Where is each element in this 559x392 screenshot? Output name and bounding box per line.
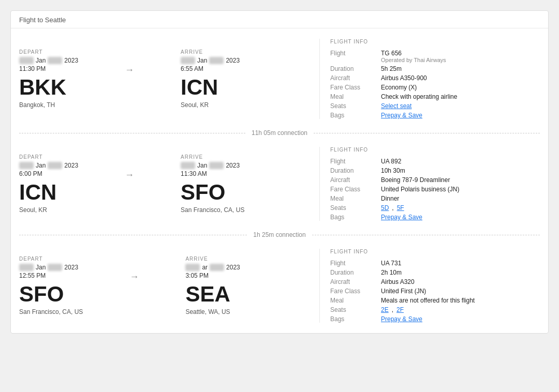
info-table-2: Flight UA 892 Duration 10h 30m Aircraft … bbox=[330, 158, 540, 221]
depart-date-3: Jan 2023 bbox=[19, 264, 83, 271]
depart-arrive-3: DEPART Jan 2023 12:55 PM SFO San Francis… bbox=[19, 256, 240, 315]
depart-label-1: DEPART bbox=[19, 49, 78, 55]
seat-link-2f[interactable]: 2F bbox=[396, 306, 404, 313]
bags-label-2: Bags bbox=[330, 214, 377, 221]
right-section-2: FLIGHT INFO Flight UA 892 Duration 10h 3… bbox=[319, 147, 540, 221]
arrive-label-2: ARRIVE bbox=[181, 154, 244, 160]
depart-date-year-2: 2023 bbox=[64, 162, 78, 169]
fare-val-3: United First (JN) bbox=[381, 288, 540, 295]
flight-num-block-1: TG 656 Operated by Thai Airways bbox=[381, 50, 540, 63]
depart-city-1: Bangkok, TH bbox=[19, 101, 78, 109]
connection-text-2: 1h 25m connection bbox=[253, 231, 305, 238]
depart-date-month-3: Jan bbox=[36, 264, 46, 271]
duration-label-3: Duration bbox=[330, 269, 377, 276]
depart-col-2: DEPART Jan 2023 6:00 PM ICN Seoul, KR bbox=[19, 154, 78, 214]
aircraft-label-2: Aircraft bbox=[330, 176, 377, 184]
meal-label-1: Meal bbox=[330, 93, 377, 100]
arrive-date-blur-3 bbox=[181, 162, 195, 169]
depart-col-3: DEPART Jan 2023 12:55 PM SFO San Francis… bbox=[19, 256, 83, 315]
aircraft-label-1: Aircraft bbox=[330, 74, 377, 82]
fare-val-1: Economy (X) bbox=[381, 84, 540, 91]
arrive-label-3: ARRIVE bbox=[185, 256, 240, 262]
depart-time-2: 6:00 PM bbox=[19, 170, 78, 177]
meal-val-3: Meals are not offered for this flight bbox=[381, 297, 540, 304]
bags-link-1[interactable]: Prepay & Save bbox=[381, 112, 540, 119]
connection-text-1: 11h 05m connection bbox=[252, 129, 307, 137]
depart-date-2: Jan 2023 bbox=[19, 162, 78, 169]
arrive-time-1: 6:55 AM bbox=[181, 65, 240, 72]
operated-by-1: Operated by Thai Airways bbox=[381, 57, 540, 63]
aircraft-label-3: Aircraft bbox=[330, 278, 377, 285]
left-section-3: DEPART Jan 2023 12:55 PM SFO San Francis… bbox=[19, 249, 319, 323]
seat-link-5d[interactable]: 5D bbox=[381, 204, 389, 212]
depart-city-3: San Francisco, CA, US bbox=[19, 308, 83, 315]
arrive-time-2: 11:30 AM bbox=[181, 170, 244, 177]
depart-date-year-3: 2023 bbox=[64, 264, 78, 271]
bags-label-1: Bags bbox=[330, 112, 377, 119]
arrive-date-blur-4 bbox=[209, 162, 224, 169]
depart-label-2: DEPART bbox=[19, 154, 78, 160]
seats-label-3: Seats bbox=[330, 306, 377, 313]
fare-label-1: Fare Class bbox=[330, 84, 377, 91]
depart-iata-2: ICN bbox=[19, 182, 78, 203]
fare-val-2: United Polaris business (JN) bbox=[381, 186, 540, 193]
depart-iata-1: BKK bbox=[19, 77, 78, 98]
depart-arrive-2: DEPART Jan 2023 6:00 PM ICN Seoul, KR → … bbox=[19, 154, 244, 214]
arrive-date-blur-6 bbox=[210, 264, 224, 271]
flight-num-2: UA 892 bbox=[381, 158, 540, 165]
left-section-2: DEPART Jan 2023 6:00 PM ICN Seoul, KR → … bbox=[19, 147, 319, 221]
arrive-col-2: ARRIVE Jan 2023 11:30 AM SFO San Francis… bbox=[181, 154, 244, 214]
flight-num-3: UA 731 bbox=[381, 260, 540, 267]
flight-info-title-3: FLIGHT INFO bbox=[330, 249, 540, 254]
bags-link-3[interactable]: Prepay & Save bbox=[381, 315, 540, 323]
arrive-label-1: ARRIVE bbox=[181, 49, 240, 55]
depart-time-1: 11:30 PM bbox=[19, 65, 78, 72]
arrive-date-year-1: 2023 bbox=[226, 57, 240, 64]
arrive-date-2: Jan 2023 bbox=[181, 162, 244, 169]
arrive-col-3: ARRIVE ar 2023 3:05 PM SEA Seattle, WA, … bbox=[185, 256, 240, 315]
arrow-icon-1: → bbox=[125, 65, 134, 76]
arrive-iata-2: SFO bbox=[181, 182, 244, 203]
depart-date-1: Jan 2023 bbox=[19, 57, 78, 64]
arrow-col-2: → bbox=[109, 170, 150, 180]
flight-label-2: Flight bbox=[330, 158, 377, 165]
arrow-col-3: → bbox=[114, 272, 154, 282]
right-section-3: FLIGHT INFO Flight UA 731 Duration 2h 10… bbox=[319, 249, 540, 323]
bags-link-2[interactable]: Prepay & Save bbox=[381, 214, 540, 221]
depart-date-year-1: 2023 bbox=[64, 57, 78, 64]
depart-date-month-1: Jan bbox=[36, 57, 46, 64]
arrow-icon-3: → bbox=[129, 272, 139, 282]
arrive-date-blur-5 bbox=[185, 264, 200, 271]
date-blur-2 bbox=[48, 57, 62, 64]
arrive-date-3: ar 2023 bbox=[185, 264, 240, 271]
date-blur-6 bbox=[48, 264, 62, 271]
duration-val-2: 10h 30m bbox=[381, 167, 540, 174]
duration-label-2: Duration bbox=[330, 167, 377, 174]
connection-line-left-2 bbox=[19, 235, 247, 235]
flight-label-1: Flight bbox=[330, 50, 377, 63]
seat-link-5f[interactable]: 5F bbox=[397, 204, 404, 212]
arrive-iata-3: SEA bbox=[185, 283, 240, 305]
arrive-date-month-1: Jan bbox=[197, 57, 207, 64]
arrive-city-2: San Francisco, CA, US bbox=[181, 206, 244, 214]
arrive-date-blur-2 bbox=[209, 57, 224, 64]
arrive-date-1: Jan 2023 bbox=[181, 57, 240, 64]
seats-link-1[interactable]: Select seat bbox=[381, 102, 540, 110]
fare-label-2: Fare Class bbox=[330, 186, 377, 193]
depart-time-3: 12:55 PM bbox=[19, 272, 83, 279]
meal-label-2: Meal bbox=[330, 195, 377, 202]
arrive-time-3: 3:05 PM bbox=[185, 272, 240, 279]
aircraft-val-3: Airbus A320 bbox=[381, 278, 540, 285]
arrow-icon-2: → bbox=[125, 170, 134, 180]
seat-comma-2: , bbox=[392, 204, 393, 212]
connection-divider-2: 1h 25m connection bbox=[11, 231, 548, 238]
depart-iata-3: SFO bbox=[19, 283, 83, 305]
connection-line-left-1 bbox=[19, 133, 245, 133]
arrive-date-year-3: 2023 bbox=[226, 264, 240, 271]
arrive-city-3: Seattle, WA, US bbox=[185, 308, 240, 315]
seat-link-2e[interactable]: 2E bbox=[381, 306, 389, 313]
meal-label-3: Meal bbox=[330, 297, 377, 304]
flight-info-title-1: FLIGHT INFO bbox=[330, 39, 540, 44]
fare-label-3: Fare Class bbox=[330, 288, 377, 295]
arrive-date-month-3: ar bbox=[202, 264, 208, 271]
